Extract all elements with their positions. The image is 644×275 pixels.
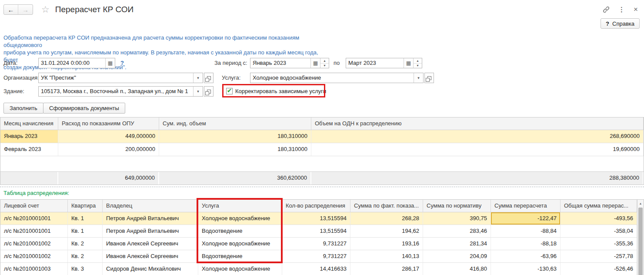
building-value[interactable]: 105173, Москва г., Восточный п., Западна…	[39, 87, 193, 96]
table-cell[interactable]: Иванов Алексей Сергеевич	[103, 238, 198, 250]
service-dropdown-button[interactable]: ▾	[414, 73, 423, 83]
table-cell[interactable]: 13,515594	[282, 212, 350, 225]
panel-splitter[interactable]	[0, 187, 644, 187]
selected-table-cell[interactable]: -122,47	[491, 212, 561, 225]
column-header[interactable]: Сумма по нормативу	[423, 200, 491, 212]
table-cell[interactable]: 268,28	[350, 212, 423, 225]
table-cell[interactable]: л/с №2010001001	[0, 225, 68, 237]
column-header[interactable]: Общая сумма перерас...	[561, 200, 637, 212]
table-cell[interactable]: Кв. 3	[68, 263, 103, 275]
back-icon[interactable]: ←	[4, 5, 18, 14]
spin-down-icon[interactable]: ▼	[414, 64, 422, 68]
generate-documents-button[interactable]: Сформировать документы	[43, 103, 125, 114]
table-cell[interactable]: 13,515594	[282, 225, 350, 237]
column-header[interactable]: Сум. инд. объем	[159, 117, 311, 130]
forward-icon[interactable]: →	[18, 5, 33, 14]
fill-button[interactable]: Заполнить	[3, 103, 43, 114]
table-cell[interactable]: -130,63	[491, 263, 561, 275]
table-cell[interactable]: Иванов Алексей Сергеевич	[103, 250, 198, 262]
date-field[interactable]: 31.01.2024 0:00:00 ▦	[38, 58, 115, 68]
service-open-button[interactable]	[424, 73, 434, 83]
table-row[interactable]: Февраль 2023 200,000000 180,310000 19,69…	[0, 143, 644, 156]
table-cell[interactable]: -63,96	[491, 250, 561, 262]
organization-field[interactable]: УК "Престиж" ▾	[38, 73, 203, 83]
table-cell[interactable]: л/с №2010001001	[0, 212, 68, 225]
building-open-button[interactable]	[204, 86, 214, 97]
table-row[interactable]: л/с №2010001001 Кв. 1 Петров Андрей Вита…	[0, 212, 637, 225]
table-cell[interactable]: Кв. 2	[68, 250, 103, 262]
table-cell[interactable]: Сидоров Денис Михайлович	[103, 263, 198, 275]
table-cell[interactable]: 204,09	[423, 250, 491, 262]
date-help-link[interactable]: ?	[120, 58, 124, 68]
close-icon[interactable]: ×	[634, 5, 638, 14]
service-value[interactable]: Холодное водоснабжение	[250, 73, 414, 83]
table-cell[interactable]: 9,731227	[282, 250, 350, 262]
period-from-field[interactable]: Январь 2023 ▦ ▲ ▼	[250, 58, 329, 68]
table-cell[interactable]: Январь 2023	[0, 130, 58, 143]
checkbox-box[interactable]: ✔	[226, 88, 233, 94]
column-header[interactable]: Сумма по факт. показа...	[350, 200, 423, 212]
building-dropdown-button[interactable]: ▾	[193, 87, 203, 96]
organization-open-button[interactable]	[204, 73, 214, 83]
scrollbar-thumb[interactable]	[638, 208, 643, 275]
table-cell[interactable]: 268,690000	[311, 130, 644, 143]
table-cell[interactable]: -257,78	[561, 250, 637, 262]
column-header[interactable]: Квартира	[68, 200, 103, 212]
period-to-calendar-button[interactable]: ▦	[404, 58, 413, 68]
table-cell[interactable]: Кв. 2	[68, 238, 103, 250]
building-field[interactable]: 105173, Москва г., Восточный п., Западна…	[38, 86, 203, 97]
table-cell[interactable]: 286,17	[350, 263, 423, 275]
table-cell[interactable]: 180,310000	[159, 130, 311, 143]
table-cell[interactable]: 140,13	[350, 250, 423, 262]
spin-down-icon[interactable]: ▼	[320, 64, 329, 68]
table-cell[interactable]: -358,04	[561, 225, 637, 237]
column-header[interactable]: Владелец	[103, 200, 198, 212]
adjust-dependent-services-checkbox[interactable]: ✔ Корректировать зависимые услуги	[226, 87, 326, 95]
table-cell[interactable]: Холодное водоснабжение	[198, 238, 282, 250]
table-cell[interactable]: Водоотведение	[198, 225, 282, 237]
column-header[interactable]: Услуга	[198, 200, 282, 212]
table-cell[interactable]: 281,34	[423, 238, 491, 250]
column-header[interactable]: Месяц начисления	[0, 117, 58, 130]
table-cell[interactable]: 390,75	[423, 212, 491, 225]
help-button[interactable]: ? Справка	[601, 18, 640, 29]
table-row[interactable]: л/с №2010001001 Кв. 1 Петров Андрей Вита…	[0, 225, 637, 238]
spin-up-icon[interactable]: ▲	[320, 58, 329, 64]
table-cell[interactable]: 200,000000	[58, 143, 159, 156]
table-cell[interactable]: 9,731227	[282, 238, 350, 250]
table-cell[interactable]: 193,16	[350, 238, 423, 250]
organization-value[interactable]: УК "Престиж"	[39, 73, 193, 83]
table-cell[interactable]: л/с №2010001002	[0, 238, 68, 250]
more-menu-icon[interactable]: ⋮	[618, 6, 625, 13]
table-row[interactable]: л/с №2010001002 Кв. 2 Иванов Алексей Сер…	[0, 238, 637, 250]
table-cell[interactable]: Холодное водоснабжение	[198, 263, 282, 275]
period-from-value[interactable]: Январь 2023	[250, 58, 310, 68]
column-header[interactable]: Расход по показаниям ОПУ	[58, 117, 159, 130]
period-to-field[interactable]: Март 2023 ▦ ▲ ▼	[346, 58, 422, 68]
date-calendar-button[interactable]: ▦	[105, 58, 115, 68]
scroll-up-icon[interactable]: ▲	[637, 200, 644, 207]
table-cell[interactable]: л/с №2010001003	[0, 263, 68, 275]
table-cell[interactable]: Кв. 1	[68, 212, 103, 225]
table-cell[interactable]: 194,62	[350, 225, 423, 237]
table-cell[interactable]: 14,416633	[282, 263, 350, 275]
table-cell[interactable]: Петров Андрей Витальевич	[103, 225, 198, 237]
table-cell[interactable]: -493,56	[561, 212, 637, 225]
table-cell[interactable]: Холодное водоснабжение	[198, 212, 282, 225]
table-row[interactable]: Январь 2023 449,000000 180,310000 268,69…	[0, 130, 644, 143]
table-cell[interactable]: 449,000000	[58, 130, 159, 143]
table-cell[interactable]: 283,46	[423, 225, 491, 237]
table-cell[interactable]: Кв. 1	[68, 225, 103, 237]
period-from-calendar-button[interactable]: ▦	[310, 58, 320, 68]
table-cell[interactable]: Петров Андрей Витальевич	[103, 212, 198, 225]
period-to-value[interactable]: Март 2023	[346, 58, 404, 68]
date-value[interactable]: 31.01.2024 0:00:00	[39, 58, 105, 68]
vertical-scrollbar[interactable]: ▲	[637, 200, 644, 275]
table-cell[interactable]: -88,84	[491, 225, 561, 237]
table-cell[interactable]: 19,690000	[311, 143, 644, 156]
favorite-star-icon[interactable]: ☆	[41, 4, 50, 15]
table-cell[interactable]: Февраль 2023	[0, 143, 58, 156]
column-header[interactable]: Кол-во распределения	[282, 200, 350, 212]
column-header[interactable]: Лицевой счет	[0, 200, 68, 212]
spin-up-icon[interactable]: ▲	[414, 58, 422, 64]
